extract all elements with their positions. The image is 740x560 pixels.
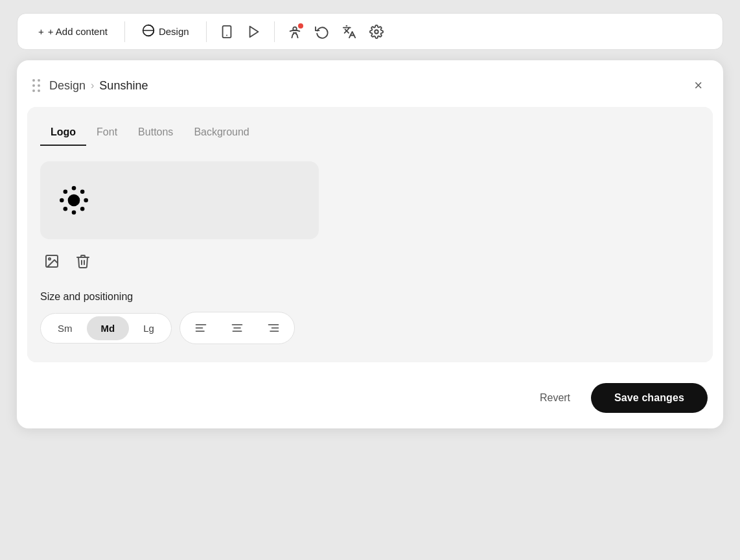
toolbar-divider-1 bbox=[124, 21, 125, 42]
svg-point-10 bbox=[84, 198, 88, 203]
logo-preview-box bbox=[40, 161, 319, 239]
history-button[interactable] bbox=[311, 21, 333, 43]
mobile-icon bbox=[220, 25, 234, 39]
revert-button[interactable]: Revert bbox=[527, 384, 583, 412]
notification-dot bbox=[298, 23, 303, 29]
size-sm-button[interactable]: Sm bbox=[43, 316, 87, 340]
logo-actions bbox=[40, 250, 700, 273]
panel-content: Logo Font Buttons Background bbox=[27, 107, 713, 362]
plus-icon: + bbox=[38, 26, 44, 37]
design-button[interactable]: Design bbox=[134, 20, 197, 43]
mobile-preview-button[interactable] bbox=[216, 21, 238, 43]
panel-header-left: Design › Sunshine bbox=[30, 76, 148, 95]
trash-icon bbox=[75, 253, 91, 269]
toolbar-divider-3 bbox=[274, 21, 275, 42]
tab-font[interactable]: Font bbox=[86, 120, 128, 146]
align-left-button[interactable] bbox=[183, 315, 219, 341]
gear-icon bbox=[369, 25, 384, 39]
history-icon bbox=[315, 25, 329, 39]
logo-tab-panel: Size and positioning Sm Md Lg bbox=[27, 146, 713, 362]
toolbar: + + Add content Design bbox=[17, 13, 723, 50]
tab-buttons[interactable]: Buttons bbox=[128, 120, 183, 146]
panel-header: Design › Sunshine × bbox=[17, 60, 723, 107]
translate-icon bbox=[342, 25, 356, 39]
upload-image-icon bbox=[44, 253, 60, 269]
svg-point-13 bbox=[80, 190, 85, 194]
sunshine-logo bbox=[56, 182, 92, 218]
align-selector bbox=[179, 312, 295, 344]
add-content-button[interactable]: + + Add content bbox=[30, 22, 115, 41]
align-left-icon bbox=[194, 321, 207, 334]
align-center-button[interactable] bbox=[219, 315, 255, 341]
align-right-icon bbox=[267, 321, 280, 334]
tabs-bar: Logo Font Buttons Background bbox=[27, 107, 713, 146]
size-lg-button[interactable]: Lg bbox=[129, 316, 168, 340]
breadcrumb-parent: Design bbox=[49, 79, 86, 93]
svg-point-5 bbox=[375, 30, 378, 34]
settings-button[interactable] bbox=[365, 21, 387, 43]
svg-point-9 bbox=[60, 198, 64, 203]
svg-point-16 bbox=[49, 258, 51, 260]
size-selector: Sm Md Lg bbox=[40, 313, 172, 344]
design-panel: Design › Sunshine × Logo Font Buttons Ba… bbox=[17, 60, 723, 428]
tab-background[interactable]: Background bbox=[183, 120, 259, 146]
svg-point-8 bbox=[72, 210, 76, 215]
close-button[interactable]: × bbox=[691, 75, 705, 97]
design-label: Design bbox=[159, 26, 189, 37]
panel-footer: Revert Save changes bbox=[17, 373, 723, 428]
size-md-button[interactable]: Md bbox=[87, 316, 130, 340]
breadcrumb: Design › Sunshine bbox=[49, 79, 148, 93]
size-positioning-label: Size and positioning bbox=[40, 291, 700, 303]
design-icon bbox=[142, 24, 155, 39]
play-button[interactable] bbox=[243, 21, 265, 43]
translate-button[interactable] bbox=[338, 21, 360, 43]
svg-marker-3 bbox=[249, 26, 258, 37]
breadcrumb-separator: › bbox=[91, 80, 94, 91]
save-changes-button[interactable]: Save changes bbox=[591, 383, 708, 413]
breadcrumb-current: Sunshine bbox=[99, 79, 148, 93]
svg-point-6 bbox=[68, 194, 80, 207]
svg-point-12 bbox=[80, 207, 85, 211]
svg-point-7 bbox=[72, 186, 76, 191]
accessibility-button[interactable] bbox=[284, 21, 306, 43]
play-icon bbox=[247, 25, 261, 39]
toolbar-divider-2 bbox=[206, 21, 207, 42]
svg-point-14 bbox=[64, 207, 68, 211]
controls-row: Sm Md Lg bbox=[40, 312, 700, 344]
upload-image-button[interactable] bbox=[40, 250, 64, 273]
add-content-label: + Add content bbox=[48, 26, 108, 37]
drag-handle[interactable] bbox=[30, 76, 43, 95]
align-right-button[interactable] bbox=[255, 315, 292, 341]
align-center-icon bbox=[231, 321, 244, 334]
tab-logo[interactable]: Logo bbox=[40, 120, 86, 146]
svg-point-11 bbox=[64, 190, 68, 194]
delete-logo-button[interactable] bbox=[71, 250, 95, 273]
